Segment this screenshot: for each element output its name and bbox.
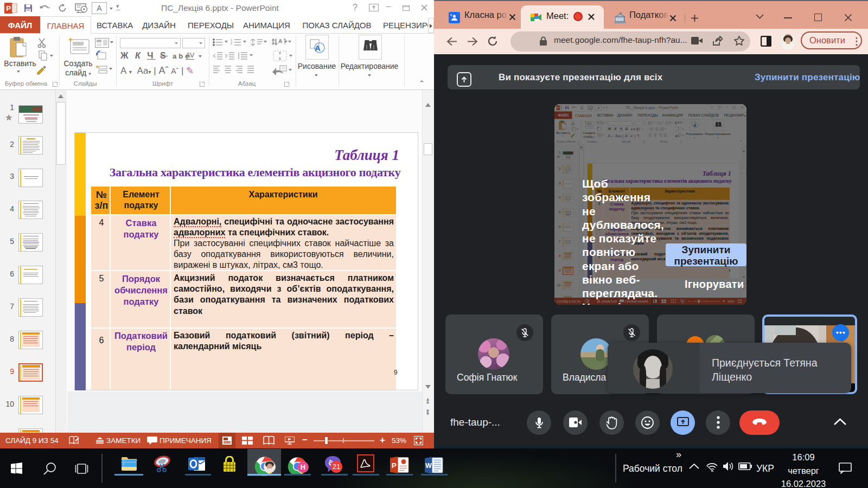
svg-text:P: P: [392, 461, 397, 470]
svg-text:A: A: [278, 38, 282, 44]
svg-text:W: W: [425, 462, 432, 470]
svg-text:А: А: [315, 43, 321, 53]
svg-text:P: P: [6, 4, 11, 12]
svg-text:2: 2: [231, 42, 233, 45]
